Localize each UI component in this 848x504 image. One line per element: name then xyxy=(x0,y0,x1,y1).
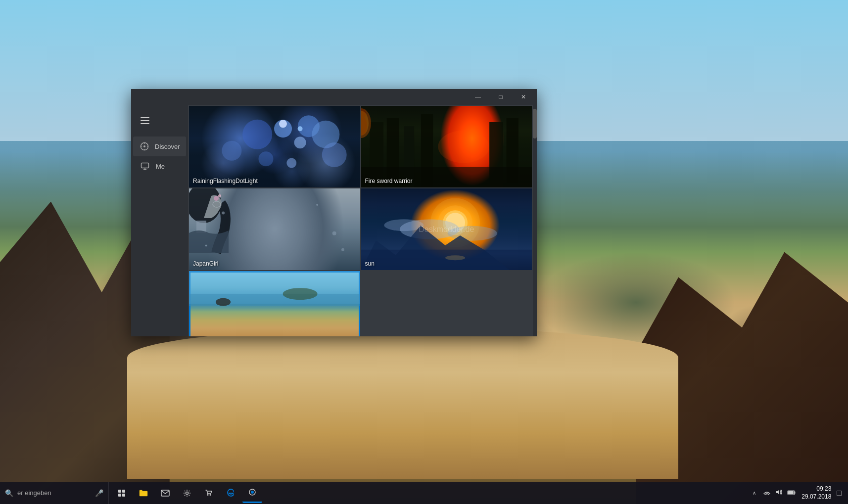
svg-rect-51 xyxy=(122,490,125,493)
taskbar-search[interactable]: 🔍 er eingeben 🎤 xyxy=(0,482,109,504)
wallpaper-preview-raining xyxy=(189,106,360,187)
tray-time: 09:23 xyxy=(801,485,831,493)
system-tray: ∧ xyxy=(748,482,848,504)
svg-point-49 xyxy=(283,288,318,300)
taskbar-search-text: er eingeben xyxy=(17,489,51,497)
search-icon: 🔍 xyxy=(5,489,13,497)
minimize-button[interactable]: — xyxy=(467,89,489,105)
svg-point-29 xyxy=(214,196,219,201)
svg-point-34 xyxy=(332,231,336,235)
wallpaper-card-raining[interactable]: RainingFlashingDotLight xyxy=(189,106,360,187)
monitor-icon xyxy=(140,161,150,171)
svg-point-48 xyxy=(216,298,231,306)
settings-button[interactable] xyxy=(177,483,197,503)
app-body: Discover Me xyxy=(131,105,537,336)
svg-rect-50 xyxy=(118,490,121,493)
task-view-button[interactable] xyxy=(112,483,132,503)
svg-rect-44 xyxy=(361,250,532,270)
svg-point-60 xyxy=(766,495,767,496)
microphone-icon[interactable]: 🎤 xyxy=(95,489,103,497)
svg-rect-52 xyxy=(118,494,121,497)
wallpaper-preview-japan xyxy=(189,188,360,270)
svg-point-45 xyxy=(445,255,465,260)
sidebar-item-discover[interactable]: Discover xyxy=(133,137,186,156)
file-explorer-button[interactable] xyxy=(134,483,153,503)
store-button[interactable] xyxy=(199,483,219,503)
hamburger-line-3 xyxy=(141,123,149,124)
svg-point-12 xyxy=(279,120,287,128)
battery-icon xyxy=(786,488,798,498)
wallpaper-card-beach[interactable]: HawaiianBeach xyxy=(189,271,360,336)
sand-beach xyxy=(127,327,678,479)
wallpaper-preview-beach xyxy=(189,271,360,336)
svg-point-36 xyxy=(341,248,344,251)
wallpaper-label-sun: sun xyxy=(365,260,375,267)
hamburger-line-1 xyxy=(141,117,149,118)
wallpaper-label-fire: Fire sword warrior xyxy=(365,178,413,184)
tray-icons xyxy=(762,488,798,498)
close-button[interactable]: ✕ xyxy=(512,89,535,105)
tray-expand-button[interactable]: ∧ xyxy=(753,490,756,496)
svg-point-8 xyxy=(222,141,241,161)
window-controls: — □ ✕ xyxy=(467,89,535,105)
mail-button[interactable] xyxy=(155,483,175,503)
svg-point-59 xyxy=(251,491,254,494)
svg-rect-54 xyxy=(161,490,169,496)
main-content[interactable]: RainingFlashingDotLight xyxy=(188,105,533,336)
wallpaper-label-japan: JapanGirl xyxy=(193,260,218,267)
wallpaper-preview-fire xyxy=(361,106,532,187)
svg-point-35 xyxy=(205,245,207,247)
edge-button[interactable] xyxy=(221,483,240,503)
svg-point-3 xyxy=(242,120,272,149)
svg-point-42 xyxy=(447,226,497,241)
taskbar: 🔍 er eingeben 🎤 xyxy=(0,482,848,504)
volume-icon[interactable] xyxy=(774,488,784,498)
discover-label: Discover xyxy=(155,143,180,150)
compass-icon xyxy=(140,141,149,151)
svg-point-33 xyxy=(316,204,318,206)
svg-point-57 xyxy=(210,494,211,496)
maximize-button[interactable]: □ xyxy=(489,89,512,105)
svg-point-55 xyxy=(186,492,188,494)
svg-point-13 xyxy=(298,126,303,131)
wallpaper-label-raining: RainingFlashingDotLight xyxy=(193,178,258,184)
wallpaper-card-fire[interactable]: Fire sword warrior xyxy=(361,106,532,187)
app6-button[interactable] xyxy=(242,483,262,503)
svg-point-56 xyxy=(207,494,209,496)
tray-clock[interactable]: 09:23 29.07.2018 xyxy=(801,485,831,501)
app-window: — □ ✕ Discover xyxy=(131,89,537,336)
scrollbar-track[interactable] xyxy=(533,105,537,336)
wallpaper-preview-sun: Deskmodder.de xyxy=(361,188,532,270)
svg-point-7 xyxy=(294,137,306,148)
hamburger-menu[interactable] xyxy=(135,111,155,131)
me-label: Me xyxy=(156,163,165,170)
svg-point-25 xyxy=(438,131,489,163)
svg-point-30 xyxy=(218,194,221,197)
title-bar: — □ ✕ xyxy=(131,89,537,105)
svg-point-9 xyxy=(258,151,273,166)
svg-rect-47 xyxy=(189,294,360,306)
sidebar-item-me[interactable]: Me xyxy=(133,156,186,176)
wallpaper-grid: RainingFlashingDotLight xyxy=(188,105,533,336)
scrollbar-thumb[interactable] xyxy=(533,109,537,138)
svg-point-11 xyxy=(286,158,296,168)
wallpaper-card-sun[interactable]: Deskmodder.de sun xyxy=(361,188,532,270)
notifications-icon[interactable]: □ xyxy=(835,488,843,499)
tray-date: 29.07.2018 xyxy=(801,493,831,501)
svg-point-32 xyxy=(222,212,225,215)
wallpaper-card-japan[interactable]: JapanGirl xyxy=(189,188,360,270)
network-icon[interactable] xyxy=(762,488,772,498)
svg-point-1 xyxy=(143,145,145,147)
hamburger-line-2 xyxy=(141,120,149,121)
svg-rect-53 xyxy=(122,494,125,497)
svg-rect-2 xyxy=(141,163,149,168)
svg-point-10 xyxy=(322,142,347,167)
taskbar-icons xyxy=(109,482,265,504)
sidebar: Discover Me xyxy=(131,105,188,336)
svg-rect-62 xyxy=(788,491,794,494)
